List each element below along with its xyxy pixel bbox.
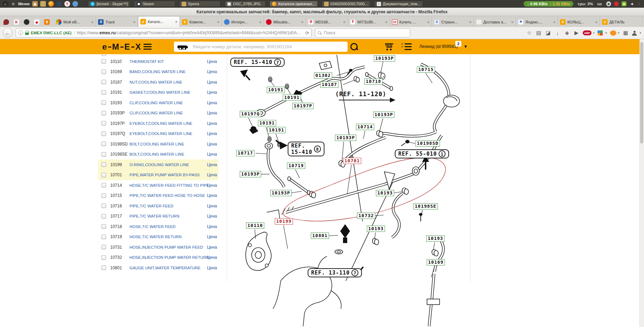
row-checkbox[interactable] [102,183,106,187]
row-checkbox[interactable] [102,255,106,260]
site-search-button[interactable] [350,42,359,51]
part-name-link[interactable]: HOSE,T/C WATER FEED FITTING TO PIPE [130,183,209,187]
tab[interactable]: eКомпле...× [180,17,222,27]
page-info-icon[interactable]: i [18,30,23,35]
price-link[interactable]: Цена [207,100,217,105]
diagram-ref-box[interactable]: REF. 15-4107 [230,58,285,67]
diagram-part-label[interactable]: 10714 [356,124,374,130]
extension-icon-chevron[interactable]: ▾ [618,31,620,35]
keyboard-layout[interactable]: us [597,2,602,6]
row-checkbox[interactable] [102,204,106,208]
tab[interactable]: iiСтранн...× [432,17,474,27]
taskbar-window[interactable]: ≡Документация_ппм... [374,1,423,7]
part-name-link[interactable]: PIPE,T/C WATER FEED [130,204,173,208]
row-checkbox[interactable] [102,152,106,157]
row-checkbox[interactable] [102,235,106,239]
tab[interactable]: Mitsubis...× [264,17,306,27]
part-name-link[interactable]: HOSE,INJECTION PUMP WATER RETURN [130,255,209,260]
send-tab-icon[interactable]: ▶ [573,29,580,36]
volume-icon[interactable]: ◀ [629,1,634,6]
notifier-tray-icon[interactable] [614,1,619,6]
tab[interactable]: Мой еВ...× [54,17,96,27]
row-checkbox[interactable] [102,193,106,198]
taskbar-window[interactable]: ▦DSC_0785.JPG [224,1,266,7]
price-link[interactable]: Цена [207,111,217,115]
price-link[interactable]: Цена [207,121,217,126]
diagram-part-label[interactable]: 10197Q [240,111,261,117]
row-checkbox[interactable] [102,59,106,64]
price-link[interactable]: Цена [207,131,217,136]
adblock-icon[interactable]: ABP [583,30,592,35]
bookmark-star-icon[interactable]: ☆ [526,29,532,36]
part-name-link[interactable]: HOSE,INJECTION PUMP WATER FEED [130,245,203,249]
row-checkbox[interactable] [102,90,106,95]
menu-button[interactable]: Меню [18,2,30,6]
row-checkbox[interactable] [102,265,106,270]
price-link[interactable]: Цена [207,152,217,157]
tab[interactable]: 4Track× [96,17,138,27]
diagram-part-label[interactable]: 10193P [240,171,261,177]
tab[interactable]: eКатало...× [138,16,180,27]
pinned-tab[interactable]: ◆ [34,19,40,25]
part-name-link[interactable]: BOLT,COOLING WATER LINE [130,142,184,146]
price-link[interactable]: Цена [207,245,217,250]
part-name-link[interactable]: HOSE,T/C WATER FEED [130,225,176,229]
save-page-icon[interactable]: ▦ [622,29,629,36]
diagram-part-label[interactable]: 10193P [374,55,395,62]
part-name-link[interactable]: EYEBOLT,COOLING WATER LINE [130,131,192,136]
url-text[interactable]: https://www.emex.ru/catalogs/original/?s… [77,30,303,35]
diagram-part-label[interactable]: 10187 [320,81,338,88]
user-account[interactable]: Леонид (id 959583) [419,44,458,49]
part-name-link[interactable]: BAND,COOLING WATER LINE [130,70,186,74]
cpu-indicator[interactable]: cpu: 3% [578,2,593,6]
diagram-part-label[interactable]: 10197P [292,103,314,109]
tab-close-icon[interactable]: × [469,20,471,24]
diagram-part-label[interactable]: 10193 [367,226,385,232]
part-name-link[interactable]: PIPE,WATER PUMP WATER BY-PASS [130,173,200,177]
hamburger-menu-icon[interactable] [144,44,152,50]
part-name-link[interactable]: O-RING,COOLING WATER LINE [130,163,189,167]
network-tray-icon[interactable]: ∴ [637,1,642,6]
diagram-part-label[interactable]: 10191 [267,127,286,133]
tab-close-icon[interactable]: × [595,20,597,24]
tab[interactable]: ŦMITSUBI...× [348,17,390,27]
extension-icon[interactable] [610,30,616,36]
price-link[interactable]: Цена [207,162,217,167]
row-checkbox[interactable] [102,70,106,74]
diagram-part-label[interactable]: 10732 [357,213,375,219]
ev-certificate-label[interactable]: EMEX DWC-LLC (AE) [31,31,71,35]
tab-close-icon[interactable]: × [553,20,555,24]
part-name-link[interactable]: GAUGE UNIT,WATER TEMPERATURE [130,266,201,270]
taskbar-window[interactable]: 0346200020917000... [322,1,370,7]
downloads-icon[interactable]: ↓ [554,29,561,36]
tab[interactable]: eКОЛЬЦ...× [558,17,600,27]
tab-close-icon[interactable]: × [133,20,135,24]
gear-icon[interactable]: ⚙ [10,1,16,7]
pinned-tab[interactable]: 9 [44,19,50,25]
distro-logo-icon[interactable]: ⌂ [2,1,8,7]
diagram-part-label[interactable]: 10110 [246,222,264,229]
diagram-part-label[interactable]: 10198SD [415,140,440,147]
steam-tray-icon[interactable]: ◉ [606,1,611,6]
reload-button[interactable]: ⟳ [305,30,309,36]
price-link[interactable]: Цена [207,59,217,64]
diagram-part-label[interactable]: 10199 [275,218,293,225]
diagram-part-label[interactable]: 10801 [311,233,329,239]
part-name-link[interactable]: EYEBOLT,COOLING WATER LINE [130,121,192,126]
url-bar[interactable]: i EMEX DWC-LLC (AE) | https://www.emex.r… [16,28,312,37]
taskbar-window[interactable]: S[leoneii - Skype™] [88,1,130,7]
tab-close-icon[interactable]: × [217,20,219,24]
tab[interactable]: Доставка а...× [474,17,516,27]
diagram-part-label[interactable]: 10193P [373,112,394,118]
row-checkbox[interactable] [102,214,106,219]
price-link[interactable]: Цена [207,69,217,74]
orders-list-icon[interactable]: ✓ ✓ ✓ [401,43,412,50]
diagram-part-label[interactable]: 10169 [427,259,445,265]
adblock-icon-chevron[interactable]: ▾ [593,31,595,35]
window-titlebar[interactable]: Каталоги оригинальных запчастей: бампер,… [0,8,644,16]
yandex-browser-icon[interactable]: Y [64,1,70,7]
row-checkbox[interactable] [102,111,106,115]
price-link[interactable]: Цена [207,193,217,198]
tab-close-icon[interactable]: × [301,20,303,24]
screenshot-icon[interactable]: ▣ [32,1,38,7]
